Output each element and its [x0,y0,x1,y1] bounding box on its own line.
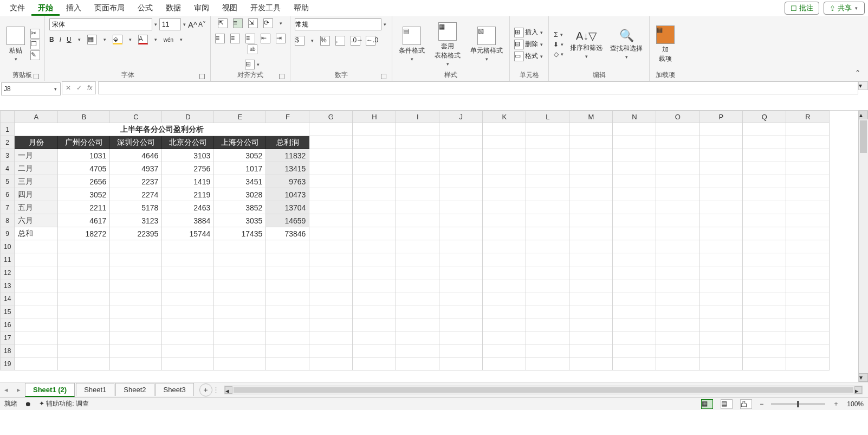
cell[interactable] [309,188,353,201]
cell[interactable] [309,318,353,331]
cell[interactable] [656,292,699,305]
cell[interactable]: 15744 [162,227,214,240]
column-header[interactable]: D [162,111,214,123]
cell[interactable] [353,279,396,292]
row-header[interactable]: 16 [1,318,15,331]
cell[interactable] [526,331,569,344]
menu-tab-7[interactable]: 视图 [216,1,244,14]
select-all-corner[interactable] [1,111,15,123]
merge-icon[interactable]: ⊟ [245,60,255,69]
cell[interactable] [743,240,786,253]
cell[interactable] [162,266,214,279]
cell[interactable] [439,123,483,136]
cell[interactable] [699,201,743,214]
clipboard-dialog-icon[interactable] [34,74,39,79]
column-header[interactable]: G [309,111,353,123]
cell[interactable]: 3884 [162,214,214,227]
page-break-view-button[interactable]: 凸 [740,399,752,409]
cell[interactable] [526,305,569,318]
cell[interactable] [110,279,162,292]
cell[interactable] [162,357,214,370]
column-header[interactable]: A [15,111,58,123]
font-color-icon[interactable]: A [138,35,148,44]
cell[interactable] [396,123,439,136]
comma-icon[interactable]: , [335,36,345,46]
cell[interactable] [110,331,162,344]
format-painter-icon[interactable]: ✎ [30,50,40,60]
cell[interactable] [613,279,656,292]
cell[interactable] [214,292,266,305]
cell[interactable]: 22395 [110,227,162,240]
delete-cells-button[interactable]: ⊟ 删除 ▾ [514,40,544,49]
cell[interactable] [743,279,786,292]
cell[interactable] [569,331,613,344]
cell[interactable]: 10473 [266,188,309,201]
cell[interactable] [483,188,526,201]
cell[interactable] [569,149,613,162]
cell[interactable] [58,357,110,370]
cell[interactable]: 13704 [266,201,309,214]
cell[interactable] [439,331,483,344]
sort-filter-button[interactable]: A↓▽排序和筛选▾ [568,28,605,60]
cell[interactable] [526,201,569,214]
align-dialog-icon[interactable] [279,74,284,79]
cell[interactable] [699,279,743,292]
cell[interactable] [743,331,786,344]
cell[interactable] [483,305,526,318]
share-button[interactable]: ⇪ 共享 ▾ [824,2,865,15]
cell[interactable] [15,240,58,253]
cell[interactable] [613,188,656,201]
row-header[interactable]: 12 [1,266,15,279]
cell[interactable]: 2237 [110,175,162,188]
cell[interactable] [483,201,526,214]
column-header[interactable]: O [656,111,699,123]
cell[interactable]: 73846 [266,227,309,240]
tab-split-handle[interactable]: ⋮ [212,386,219,394]
cell[interactable] [786,201,830,214]
cell[interactable] [786,344,830,357]
zoom-out-button[interactable]: − [760,400,763,408]
cut-icon[interactable]: ✂ [30,29,40,39]
currency-icon[interactable]: $ [295,36,305,46]
cell[interactable] [526,344,569,357]
cell[interactable] [439,175,483,188]
comments-button[interactable]: ☐ 批注 [785,2,819,15]
cell[interactable] [214,357,266,370]
cell[interactable] [569,162,613,175]
increase-font-icon[interactable]: A^ [188,20,197,29]
fill-button[interactable]: ⬇▾ [553,41,565,48]
cell[interactable] [15,266,58,279]
cell[interactable] [214,331,266,344]
row-header[interactable]: 15 [1,305,15,318]
cell[interactable] [743,266,786,279]
cell[interactable] [15,331,58,344]
cell[interactable] [613,305,656,318]
cell[interactable] [526,240,569,253]
cell-styles-button[interactable]: ▧单元格样式▾ [468,25,505,63]
cell[interactable] [110,266,162,279]
cell[interactable] [699,162,743,175]
cell[interactable]: 3052 [214,149,266,162]
cell[interactable] [569,253,613,266]
cell[interactable] [743,136,786,149]
menu-tab-6[interactable]: 审阅 [187,1,216,14]
cell[interactable] [699,240,743,253]
cell[interactable] [699,123,743,136]
autosum-button[interactable]: Σ▾ [554,31,563,39]
cell[interactable] [58,318,110,331]
cell[interactable] [786,123,830,136]
format-cells-button[interactable]: ▭ 格式 ▾ [514,52,544,61]
cell[interactable] [743,188,786,201]
collapse-ribbon-icon[interactable]: ⌃ [855,69,866,80]
hscroll-thumb[interactable] [234,387,853,393]
menu-tab-4[interactable]: 公式 [131,1,159,14]
cell[interactable] [309,136,353,149]
cell[interactable]: 3028 [214,188,266,201]
cell[interactable] [15,279,58,292]
font-size-input[interactable] [159,18,181,30]
cell[interactable] [613,318,656,331]
bold-button[interactable]: B [49,36,54,43]
cell[interactable] [483,136,526,149]
cell[interactable] [526,175,569,188]
cell[interactable] [353,357,396,370]
